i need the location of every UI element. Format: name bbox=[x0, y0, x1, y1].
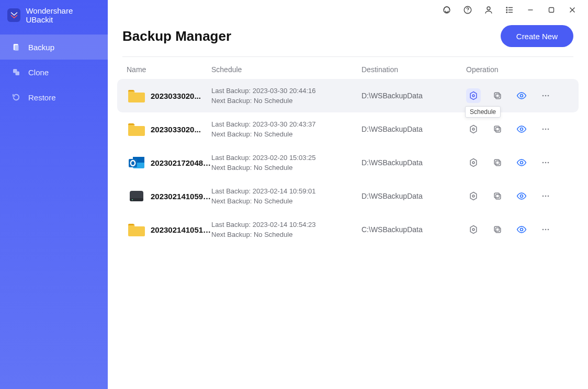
schedule-button[interactable] bbox=[466, 222, 481, 237]
view-button[interactable] bbox=[514, 88, 529, 103]
svg-point-31 bbox=[548, 129, 549, 130]
menu-list-icon[interactable] bbox=[499, 0, 520, 20]
svg-point-36 bbox=[472, 162, 474, 164]
restore-icon bbox=[12, 93, 21, 102]
svg-point-29 bbox=[542, 129, 544, 130]
svg-point-49 bbox=[521, 195, 523, 198]
backup-name: 20230214105901 bbox=[151, 192, 211, 201]
support-icon[interactable] bbox=[436, 0, 457, 20]
copy-button[interactable] bbox=[490, 122, 505, 136]
backup-name: 20230217204855 bbox=[151, 158, 211, 167]
more-button[interactable] bbox=[538, 155, 553, 170]
svg-point-42 bbox=[548, 162, 549, 164]
schedule-button[interactable] bbox=[466, 122, 481, 136]
backup-row[interactable]: 20230214105139 Last Backup: 2023-02-14 1… bbox=[117, 213, 579, 246]
svg-rect-20 bbox=[494, 93, 499, 97]
more-button[interactable] bbox=[538, 222, 553, 237]
window-close-button[interactable] bbox=[562, 0, 583, 20]
backup-row[interactable]: 2023033020... Last Backup: 2023-03-30 20… bbox=[117, 112, 579, 146]
help-icon[interactable] bbox=[457, 0, 478, 20]
backup-destination: D:\WSBackupData bbox=[361, 125, 466, 133]
copy-button[interactable] bbox=[490, 189, 505, 203]
backup-schedule-info: Last Backup: 2023-03-30 20:44:16Next Bac… bbox=[211, 86, 361, 106]
svg-rect-19 bbox=[496, 94, 501, 99]
window-minimize-button[interactable] bbox=[520, 0, 541, 20]
svg-rect-26 bbox=[496, 128, 501, 132]
copy-button[interactable] bbox=[490, 222, 505, 237]
backup-name: 2023033020... bbox=[151, 125, 211, 134]
copy-button[interactable] bbox=[490, 155, 505, 170]
backup-name: 20230214105139 bbox=[151, 225, 211, 234]
backup-type-icon bbox=[122, 188, 151, 204]
sidebar-item-clone[interactable]: Clone bbox=[0, 60, 108, 85]
backup-schedule-info: Last Backup: 2023-02-20 15:03:25Next Bac… bbox=[211, 153, 361, 173]
more-button[interactable] bbox=[538, 88, 553, 103]
app-title: Wondershare UBackit bbox=[26, 6, 100, 24]
svg-point-41 bbox=[545, 162, 547, 164]
svg-rect-55 bbox=[494, 226, 499, 231]
backup-destination: D:\WSBackupData bbox=[361, 91, 466, 100]
svg-point-56 bbox=[521, 228, 523, 231]
svg-point-6 bbox=[467, 12, 468, 12]
backup-schedule-info: Last Backup: 2023-02-14 10:59:01Next Bac… bbox=[211, 186, 361, 207]
svg-point-46 bbox=[472, 195, 474, 197]
svg-point-25 bbox=[472, 128, 474, 130]
view-button[interactable] bbox=[514, 155, 529, 170]
app-logo-row: Wondershare UBackit bbox=[0, 0, 108, 35]
backup-type-icon bbox=[122, 155, 151, 170]
sidebar-item-label: Clone bbox=[28, 68, 49, 77]
svg-rect-3 bbox=[16, 72, 20, 76]
view-button[interactable] bbox=[514, 189, 529, 203]
schedule-button[interactable] bbox=[466, 155, 481, 170]
svg-point-8 bbox=[506, 7, 507, 8]
copy-button[interactable] bbox=[490, 88, 505, 103]
backup-icon bbox=[12, 42, 21, 52]
create-new-button[interactable]: Create New bbox=[501, 25, 573, 47]
backup-destination: D:\WSBackupData bbox=[361, 158, 466, 167]
window-maximize-button[interactable] bbox=[541, 0, 562, 20]
svg-point-7 bbox=[487, 7, 490, 10]
svg-rect-38 bbox=[494, 159, 499, 164]
view-button[interactable] bbox=[514, 222, 529, 237]
schedule-button[interactable] bbox=[466, 88, 481, 103]
more-button[interactable] bbox=[538, 122, 553, 136]
backup-row[interactable]: 20230214105901 Last Backup: 2023-02-14 1… bbox=[117, 179, 579, 213]
svg-rect-37 bbox=[496, 161, 501, 166]
svg-point-23 bbox=[545, 95, 547, 97]
svg-rect-47 bbox=[496, 194, 501, 199]
svg-point-10 bbox=[506, 9, 507, 10]
svg-rect-48 bbox=[494, 193, 499, 198]
backup-schedule-info: Last Backup: 2023-02-14 10:54:23Next Bac… bbox=[211, 220, 361, 240]
backup-name: 2023033020... bbox=[151, 91, 211, 100]
column-header-operation: Operation bbox=[466, 65, 573, 74]
backup-type-icon bbox=[122, 88, 151, 104]
more-button[interactable] bbox=[538, 189, 553, 203]
sidebar-item-restore[interactable]: Restore bbox=[0, 85, 108, 110]
table-header: Name Schedule Destination Operation bbox=[108, 57, 588, 79]
svg-point-28 bbox=[521, 128, 523, 131]
svg-point-30 bbox=[545, 129, 547, 130]
svg-rect-54 bbox=[496, 228, 501, 233]
column-header-name: Name bbox=[122, 65, 211, 74]
column-header-destination: Destination bbox=[361, 65, 466, 74]
backup-destination: C:\WSBackupData bbox=[361, 225, 466, 234]
schedule-button[interactable] bbox=[466, 189, 481, 203]
backup-row[interactable]: 2023033020... Last Backup: 2023-03-30 20… bbox=[117, 79, 579, 112]
svg-point-53 bbox=[472, 228, 474, 231]
account-icon[interactable] bbox=[478, 0, 499, 20]
svg-point-52 bbox=[548, 196, 549, 197]
svg-point-51 bbox=[545, 196, 547, 197]
svg-point-39 bbox=[521, 162, 523, 164]
view-button[interactable] bbox=[514, 122, 529, 136]
backup-row[interactable]: 20230217204855 Last Backup: 2023-02-20 1… bbox=[117, 146, 579, 179]
sidebar-item-backup[interactable]: Backup bbox=[0, 35, 108, 60]
svg-point-50 bbox=[542, 196, 544, 197]
svg-point-45 bbox=[132, 199, 133, 200]
svg-rect-27 bbox=[494, 126, 499, 131]
svg-point-24 bbox=[548, 95, 549, 97]
svg-point-57 bbox=[542, 229, 544, 231]
svg-point-12 bbox=[506, 12, 507, 13]
backup-destination: D:\WSBackupData bbox=[361, 192, 466, 200]
tooltip-schedule: Schedule bbox=[465, 106, 501, 118]
svg-point-21 bbox=[521, 95, 523, 97]
